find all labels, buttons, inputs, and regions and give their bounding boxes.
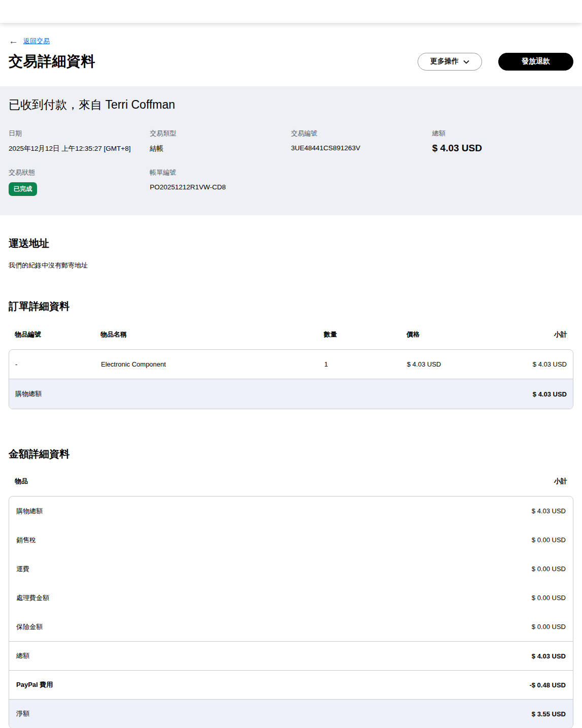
order-details-section: 訂單詳細資料 物品編號 物品名稱 數量 價格 小計 - Electronic C… bbox=[9, 300, 573, 409]
row-label: 運費 bbox=[16, 565, 29, 574]
purchase-total-amount-row: 購物總額 $ 4.03 USD bbox=[9, 497, 573, 525]
amount-table-header: 物品 小計 bbox=[9, 477, 573, 486]
invoice-id-label: 帳單編號 bbox=[150, 168, 291, 177]
row-value: $ 4.03 USD bbox=[532, 652, 566, 660]
price-cell: $ 4.03 USD bbox=[407, 360, 491, 368]
col-price: 價格 bbox=[406, 330, 491, 339]
row-value: $ 3.55 USD bbox=[532, 710, 566, 718]
row-value: -$ 0.48 USD bbox=[529, 681, 566, 689]
order-table: - Electronic Component 1 $ 4.03 USD $ 4.… bbox=[9, 349, 573, 409]
row-label: 銷售稅 bbox=[16, 536, 36, 545]
order-table-header: 物品編號 物品名稱 數量 價格 小計 bbox=[9, 330, 573, 339]
transaction-id-value: 3UE48441CS891263V bbox=[291, 144, 432, 152]
row-value: $ 0.00 USD bbox=[532, 623, 566, 631]
net-amount-row: 淨額 $ 3.55 USD bbox=[9, 699, 573, 728]
transaction-id-label: 交易編號 bbox=[291, 129, 432, 138]
transaction-type-field: 交易類型 結帳 bbox=[150, 129, 291, 154]
top-navigation-bar bbox=[0, 0, 582, 23]
back-arrow-icon[interactable]: ← bbox=[9, 36, 18, 46]
row-value: $ 4.03 USD bbox=[532, 507, 566, 515]
sales-tax-row: 銷售稅 $ 0.00 USD bbox=[9, 525, 573, 554]
page-header: 交易詳細資料 更多操作 發放退款 bbox=[9, 52, 573, 71]
transaction-id-field: 交易編號 3UE48441CS891263V bbox=[291, 129, 432, 154]
chevron-down-icon bbox=[463, 57, 469, 65]
page-title: 交易詳細資料 bbox=[9, 52, 95, 71]
col-item-number: 物品編號 bbox=[15, 330, 100, 339]
purchase-total-value: $ 4.03 USD bbox=[533, 390, 567, 398]
subtotal-cell: $ 4.03 USD bbox=[491, 360, 567, 368]
status-badge: 已完成 bbox=[9, 182, 37, 196]
row-label: 購物總額 bbox=[16, 507, 43, 516]
amount-details-section: 金額詳細資料 物品 小計 購物總額 $ 4.03 USD 銷售稅 $ 0.00 … bbox=[9, 447, 573, 728]
transaction-summary-panel: 已收到付款，來自 Terri Coffman 日期 2025年12月12日 上午… bbox=[0, 86, 582, 215]
issue-refund-button[interactable]: 發放退款 bbox=[498, 53, 573, 71]
transaction-type-value: 結帳 bbox=[150, 144, 291, 153]
back-row: ← 返回交易 bbox=[9, 36, 573, 46]
summary-fields-row-2: 交易狀態 已完成 帳單編號 PO20251212R1VW-CD8 bbox=[9, 168, 573, 196]
gross-amount-label: 總額 bbox=[432, 129, 573, 138]
quantity-cell: 1 bbox=[324, 360, 407, 368]
shipping-address-section: 運送地址 我們的紀錄中沒有郵寄地址 bbox=[9, 237, 573, 270]
col-amount-subtotal: 小計 bbox=[554, 477, 567, 486]
invoice-id-value: PO20251212R1VW-CD8 bbox=[150, 183, 291, 191]
gross-amount-field: 總額 $ 4.03 USD bbox=[432, 129, 573, 154]
date-value: 2025年12月12日 上午12:35:27 [GMT+8] bbox=[9, 144, 150, 153]
no-shipping-address-note: 我們的紀錄中沒有郵寄地址 bbox=[9, 261, 573, 270]
amount-table: 購物總額 $ 4.03 USD 銷售稅 $ 0.00 USD 運費 $ 0.00… bbox=[9, 496, 573, 728]
paypal-fee-row: PayPal 費用 -$ 0.48 USD bbox=[9, 670, 573, 699]
order-table-row: - Electronic Component 1 $ 4.03 USD $ 4.… bbox=[9, 350, 573, 379]
transaction-status-field: 交易狀態 已完成 bbox=[9, 168, 150, 196]
order-details-heading: 訂單詳細資料 bbox=[9, 300, 573, 313]
row-label: 保險金額 bbox=[16, 622, 43, 632]
purchase-total-row: 購物總額 $ 4.03 USD bbox=[9, 379, 573, 409]
purchase-total-label: 購物總額 bbox=[15, 389, 42, 399]
row-label: 總額 bbox=[16, 651, 29, 660]
row-label: PayPal 費用 bbox=[16, 680, 53, 689]
col-quantity: 數量 bbox=[324, 330, 406, 339]
row-label: 處理費金額 bbox=[16, 593, 49, 603]
gross-total-row: 總額 $ 4.03 USD bbox=[9, 641, 573, 670]
invoice-id-field: 帳單編號 PO20251212R1VW-CD8 bbox=[150, 168, 291, 196]
transaction-type-label: 交易類型 bbox=[150, 129, 291, 138]
shipping-address-heading: 運送地址 bbox=[9, 237, 573, 250]
shipping-fee-row: 運費 $ 0.00 USD bbox=[9, 554, 573, 583]
more-actions-label: 更多操作 bbox=[430, 57, 459, 66]
date-field: 日期 2025年12月12日 上午12:35:27 [GMT+8] bbox=[9, 129, 150, 154]
row-label: 淨額 bbox=[16, 709, 29, 718]
amount-details-heading: 金額詳細資料 bbox=[9, 447, 573, 461]
row-value: $ 0.00 USD bbox=[532, 594, 566, 602]
header-actions: 更多操作 發放退款 bbox=[418, 53, 573, 71]
insurance-amount-row: 保險金額 $ 0.00 USD bbox=[9, 612, 573, 641]
date-label: 日期 bbox=[9, 129, 150, 138]
item-number-cell: - bbox=[15, 360, 101, 368]
payment-received-heading: 已收到付款，來自 Terri Coffman bbox=[9, 97, 573, 113]
col-item-name: 物品名稱 bbox=[100, 330, 324, 339]
transaction-detail-page: ← 返回交易 交易詳細資料 更多操作 發放退款 已收到付款，來自 Terri C… bbox=[0, 36, 582, 728]
summary-fields-row-1: 日期 2025年12月12日 上午12:35:27 [GMT+8] 交易類型 結… bbox=[9, 129, 573, 154]
more-actions-button[interactable]: 更多操作 bbox=[418, 53, 482, 71]
col-subtotal: 小計 bbox=[491, 330, 567, 339]
row-value: $ 0.00 USD bbox=[532, 565, 566, 573]
transaction-status-label: 交易狀態 bbox=[9, 168, 150, 177]
row-value: $ 0.00 USD bbox=[532, 536, 566, 544]
handling-fee-row: 處理費金額 $ 0.00 USD bbox=[9, 583, 573, 612]
back-to-transactions-link[interactable]: 返回交易 bbox=[23, 37, 50, 46]
col-item: 物品 bbox=[15, 477, 28, 486]
item-name-cell: Electronic Component bbox=[101, 360, 324, 368]
gross-amount-value: $ 4.03 USD bbox=[432, 143, 573, 154]
